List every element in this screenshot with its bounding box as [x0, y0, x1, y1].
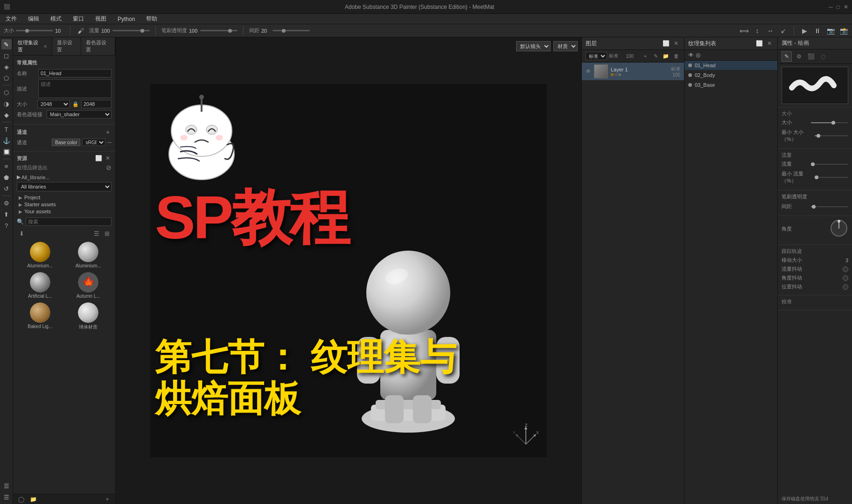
asset-item-4[interactable]: Baked Lig... [17, 301, 63, 331]
eraser-tool[interactable]: ◻ [1, 50, 12, 61]
menu-python[interactable]: Python [116, 15, 137, 23]
channel-remove-btn[interactable]: ─ [107, 139, 112, 146]
texset-eye2-btn[interactable]: ◎ [696, 52, 700, 58]
mirror-z-btn[interactable]: ↙ [779, 26, 788, 35]
props-tab-brush[interactable]: ✎ [782, 51, 792, 62]
delete-layer-btn[interactable]: 🗑 [672, 52, 680, 60]
spacing-slider[interactable] [272, 30, 310, 31]
name-input[interactable] [38, 69, 112, 77]
asset-item-5[interactable]: 球体材质 [65, 301, 112, 331]
picker-tool[interactable]: ◈ [1, 62, 12, 72]
camera-select[interactable]: 默认镜头 [516, 41, 551, 51]
channel-format-select[interactable]: sRGB8 [82, 139, 105, 146]
layer-visibility-0[interactable]: 👁 [586, 68, 591, 75]
menu-help[interactable]: 帮助 [144, 14, 159, 24]
history-btn[interactable]: ↺ [1, 183, 12, 194]
angle-circle-container[interactable] [830, 219, 848, 239]
add-fill-layer-btn[interactable]: + [641, 52, 649, 60]
tree-item-your-assets[interactable]: ▶ Your assets [17, 208, 112, 215]
assets-expand-btn[interactable]: ⬜ [95, 154, 102, 162]
menu-edit[interactable]: 编辑 [26, 14, 41, 24]
lock-icon[interactable]: 🔒 [72, 100, 79, 108]
import-asset-btn[interactable]: ⬇ [17, 229, 26, 238]
minimize-btn[interactable]: ─ [829, 4, 833, 10]
material-select[interactable]: 材质 [553, 41, 578, 51]
fill-tool[interactable]: ⬡ [1, 87, 12, 98]
add-paint-layer-btn[interactable]: ✎ [651, 52, 660, 60]
settings-btn[interactable]: ⚙ [1, 198, 12, 208]
symmetry-btn[interactable]: ⟺ [740, 26, 749, 35]
tab-shader-settings[interactable]: 着色器设置 [81, 37, 115, 55]
menu-window[interactable]: 窗口 [71, 14, 86, 24]
size-slider-track[interactable] [811, 122, 848, 123]
camera-btn[interactable]: 📷 [826, 26, 835, 35]
grid-view-toggle[interactable]: ⊞ [102, 229, 112, 238]
texset-item-2[interactable]: 03_Base [684, 80, 777, 90]
texset-eye-btn[interactable]: 👁 [688, 52, 694, 58]
add-btn-bottom[interactable]: + [103, 495, 112, 504]
anchor-tool[interactable]: ⚓ [1, 135, 12, 146]
pause-btn[interactable]: ⏸ [813, 26, 822, 35]
add-channel-btn[interactable]: ☰ [1, 481, 12, 491]
flow-slider[interactable] [112, 30, 150, 31]
tree-item-project[interactable]: ▶ Project [17, 194, 112, 201]
add-folder-btn[interactable]: 📁 [662, 52, 670, 60]
brush-size-slider[interactable] [16, 30, 53, 31]
channel-toggle[interactable]: ⬟ [1, 172, 12, 182]
layer-item-0[interactable]: 👁 Layer 1 标准 100 [582, 63, 684, 81]
help-btn[interactable]: ? [1, 220, 12, 231]
size-min-slider-track[interactable] [815, 135, 848, 136]
opacity-slider[interactable] [200, 30, 237, 31]
paint-tool[interactable]: ✎ [1, 39, 12, 49]
brush-icon[interactable]: 🖌 [76, 26, 85, 35]
desc-textarea[interactable] [38, 79, 112, 98]
size-input-h[interactable] [81, 100, 112, 108]
channel-color-btn[interactable]: Base color [52, 139, 80, 146]
text-tool[interactable]: T [1, 124, 12, 134]
texset-close-btn[interactable]: ✕ [765, 39, 774, 48]
bake-tool[interactable]: 🔲 [1, 147, 12, 157]
assets-close-btn[interactable]: ✕ [104, 154, 112, 162]
list-view-toggle[interactable]: ☰ [92, 229, 101, 238]
layers-close-btn[interactable]: ✕ [672, 39, 680, 48]
asset-item-2[interactable]: Artificial L... [17, 271, 63, 300]
flow-min-slider-track[interactable] [815, 177, 848, 178]
shader-select[interactable]: Main_shader [47, 110, 112, 119]
tab-display-settings[interactable]: 显示设置 [52, 37, 81, 55]
tab-texture-close[interactable]: ✕ [43, 44, 47, 49]
texset-expand-btn[interactable]: ⬜ [755, 39, 763, 48]
menu-mode[interactable]: 模式 [49, 14, 63, 24]
texset-item-0[interactable]: 01_Head [684, 61, 777, 70]
layers-expand-btn[interactable]: ⬜ [662, 39, 670, 48]
smudge-tool[interactable]: ⬠ [1, 73, 12, 83]
layers-toggle[interactable]: ≡ [1, 161, 12, 171]
add-channel-btn[interactable]: + [104, 128, 112, 136]
play-btn[interactable]: ▶ [800, 26, 809, 35]
asset-item-0[interactable]: Aluminium... [17, 241, 63, 269]
search-input[interactable] [26, 217, 112, 226]
mirror-y-btn[interactable]: ↔ [766, 26, 775, 35]
menu-file[interactable]: 文件 [4, 14, 19, 24]
stamp-tool[interactable]: ◆ [1, 110, 12, 120]
flow-slider-track[interactable] [811, 164, 848, 165]
export-btn[interactable]: ⬆ [1, 209, 12, 219]
menu-view[interactable]: 视图 [93, 14, 108, 24]
tree-item-starter[interactable]: ▶ Starter assets [17, 201, 112, 208]
mirror-x-btn[interactable]: ↕ [753, 26, 762, 35]
props-tab-other[interactable]: ◌ [818, 51, 828, 62]
asset-item-1[interactable]: Aluminium... [65, 241, 112, 269]
maximize-btn[interactable]: □ [837, 4, 840, 10]
props-tab-fill[interactable]: ⬛ [806, 51, 816, 62]
mask-tool[interactable]: ◑ [1, 98, 12, 109]
blend-mode-select[interactable]: 标准 [586, 52, 607, 60]
screenshot-btn[interactable]: 📸 [839, 26, 848, 35]
library-select[interactable]: All libraries [17, 182, 112, 191]
size-select-w[interactable]: 2048 1024 4096 [37, 100, 70, 108]
spacing-props-track[interactable] [811, 206, 848, 207]
filter-icon[interactable]: ⊘ [106, 164, 112, 171]
list-view-btn[interactable]: ☰ [1, 492, 12, 502]
texset-item-1[interactable]: 02_Body [684, 70, 777, 80]
tab-texture-settings[interactable]: 纹理集设置 ✕ [13, 37, 52, 55]
folder-btn[interactable]: 📁 [29, 495, 37, 504]
props-tab-settings[interactable]: ⚙ [794, 51, 804, 62]
